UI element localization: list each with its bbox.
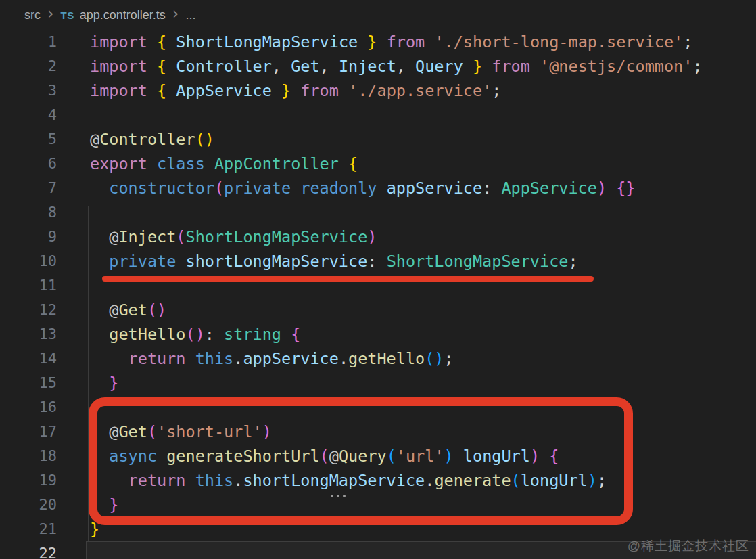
line-number[interactable]: 22 xyxy=(0,541,57,559)
typescript-file-icon: TS xyxy=(61,9,74,21)
line-number[interactable]: 19 xyxy=(0,468,57,493)
code-text[interactable]: } xyxy=(90,371,118,395)
line-number[interactable]: 6 xyxy=(0,152,57,176)
breadcrumb: src › TS app.controller.ts › ... xyxy=(0,0,756,30)
line-number[interactable]: 5 xyxy=(0,127,57,152)
code-line[interactable]: 3import { AppService } from './app.servi… xyxy=(0,79,756,103)
breadcrumb-file[interactable]: app.controller.ts xyxy=(80,8,166,22)
line-number[interactable]: 21 xyxy=(0,517,57,541)
code-line[interactable]: 12 @Get() xyxy=(0,298,756,322)
line-number[interactable]: 11 xyxy=(0,273,57,298)
code-line[interactable]: 5@Controller() xyxy=(0,127,756,152)
line-number[interactable]: 12 xyxy=(0,298,57,322)
code-text[interactable]: getHello(): string { xyxy=(90,322,300,346)
breadcrumb-symbol-more[interactable]: ... xyxy=(185,8,195,22)
code-text[interactable]: import { ShortLongMapService } from './s… xyxy=(90,30,692,54)
line-number[interactable]: 14 xyxy=(0,346,57,371)
code-line[interactable]: 4 xyxy=(0,103,756,127)
line-number[interactable]: 15 xyxy=(0,371,57,395)
code-line[interactable]: 14 return this.appService.getHello(); xyxy=(0,346,756,371)
code-text[interactable]: private shortLongMapService: ShortLongMa… xyxy=(90,249,578,273)
code-line[interactable]: 6export class AppController { xyxy=(0,152,756,176)
annotation-underline xyxy=(102,276,594,282)
breadcrumb-folder[interactable]: src xyxy=(24,8,41,22)
code-line[interactable]: 10 private shortLongMapService: ShortLon… xyxy=(0,249,756,273)
annotation-box xyxy=(89,397,633,525)
line-number[interactable]: 18 xyxy=(0,444,57,468)
code-line[interactable]: 15 } xyxy=(0,371,756,395)
line-number[interactable]: 13 xyxy=(0,322,57,346)
code-text[interactable]: constructor(private readonly appService:… xyxy=(90,176,636,200)
line-number[interactable]: 8 xyxy=(0,200,57,225)
line-number[interactable]: 17 xyxy=(0,420,57,444)
line-number[interactable]: 3 xyxy=(0,79,57,103)
code-line[interactable]: 2import { Controller, Get, Inject, Query… xyxy=(0,54,756,79)
line-number[interactable]: 20 xyxy=(0,493,57,517)
code-text[interactable]: @Inject(ShortLongMapService) xyxy=(90,225,377,249)
code-text[interactable]: return this.appService.getHello(); xyxy=(90,346,454,371)
line-number[interactable]: 9 xyxy=(0,225,57,249)
line-number[interactable]: 2 xyxy=(0,54,57,79)
code-line[interactable]: 1import { ShortLongMapService } from './… xyxy=(0,30,756,54)
decorator-hint-dots xyxy=(331,495,346,497)
code-line[interactable]: 9 @Inject(ShortLongMapService) xyxy=(0,225,756,249)
code-text[interactable]: @Get() xyxy=(90,298,166,322)
line-number[interactable]: 10 xyxy=(0,249,57,273)
code-text[interactable]: import { AppService } from './app.servic… xyxy=(90,79,501,103)
code-text[interactable]: export class AppController { xyxy=(90,152,358,176)
line-number[interactable]: 4 xyxy=(0,103,57,127)
code-text[interactable]: @Controller() xyxy=(90,127,214,152)
watermark: @稀土掘金技术社区 xyxy=(628,537,749,555)
line-number[interactable]: 1 xyxy=(0,30,57,54)
code-line[interactable]: 13 getHello(): string { xyxy=(0,322,756,346)
code-line[interactable]: 8 xyxy=(0,200,756,225)
chevron-right-icon: › xyxy=(47,7,54,20)
code-text[interactable]: import { Controller, Get, Inject, Query … xyxy=(90,54,703,79)
line-number[interactable]: 16 xyxy=(0,395,57,420)
line-number[interactable]: 7 xyxy=(0,176,57,200)
code-line[interactable]: 7 constructor(private readonly appServic… xyxy=(0,176,756,200)
chevron-right-icon: › xyxy=(172,7,179,20)
